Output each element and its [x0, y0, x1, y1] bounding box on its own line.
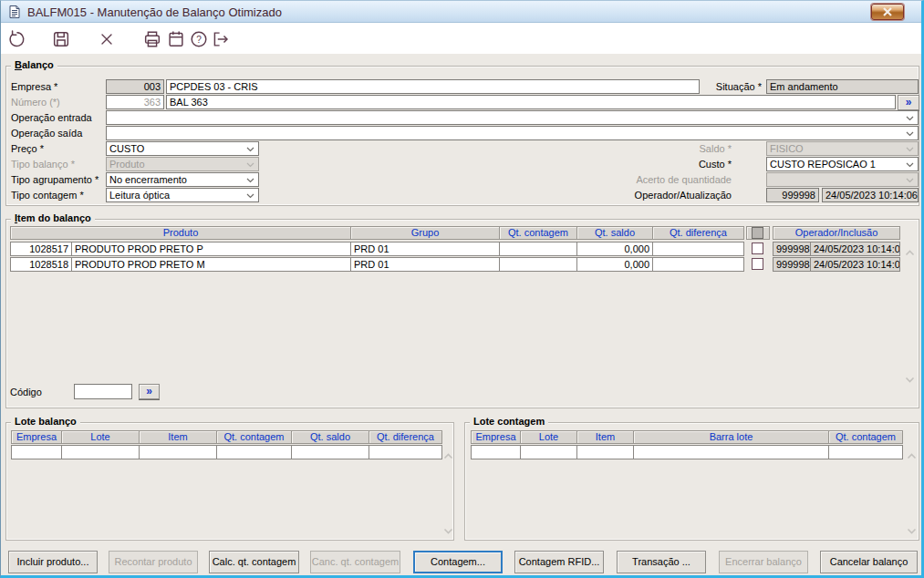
- column-header-qt-diferenca[interactable]: Qt. diferença: [652, 226, 744, 240]
- cell-qt-saldo[interactable]: 0,000: [576, 257, 653, 272]
- scroll-up-icon[interactable]: [907, 447, 917, 463]
- toolbar: ?: [1, 23, 921, 54]
- help-button[interactable]: ?: [188, 28, 210, 50]
- cell-qt-diferenca[interactable]: [369, 445, 442, 459]
- codigo-lookup-button[interactable]: »: [139, 384, 160, 399]
- print-button[interactable]: [141, 28, 163, 50]
- tipo-contagem-combo[interactable]: Leitura óptica: [106, 188, 259, 202]
- acerto-quantidade-label: Acerto de quantidade: [578, 172, 732, 187]
- operacao-entrada-combo[interactable]: [106, 110, 919, 125]
- cell-lote[interactable]: [520, 445, 577, 459]
- cell-operador: 999998: [773, 257, 811, 272]
- cell-item[interactable]: [576, 445, 634, 459]
- operacao-entrada-label: Operação entrada: [11, 110, 92, 125]
- scroll-up-icon[interactable]: [905, 243, 915, 260]
- column-header-qt-contagem[interactable]: Qt. contagem: [216, 430, 292, 444]
- codigo-input[interactable]: [74, 384, 132, 399]
- chevron-down-icon: [246, 162, 254, 168]
- preco-combo[interactable]: CUSTO: [106, 141, 259, 156]
- close-icon: [882, 7, 893, 16]
- cancel-button[interactable]: [96, 28, 118, 50]
- cell-qt-saldo[interactable]: 0,000: [576, 242, 653, 256]
- numero-name-field[interactable]: BAL 363: [166, 95, 896, 109]
- cell-qt-diferenca[interactable]: [652, 257, 744, 272]
- numero-lookup-button[interactable]: »: [898, 95, 919, 110]
- tipo-agrupamento-label: Tipo agrupamento *: [11, 172, 99, 187]
- balanco-group: Balanço Empresa * 003 PCPDES 03 - CRIS S…: [5, 66, 919, 206]
- column-header-produto[interactable]: Produto: [10, 226, 351, 240]
- cancelar-balanco-button[interactable]: Cancelar balanço: [820, 551, 918, 573]
- column-header-qt-contagem[interactable]: Qt. contagem: [499, 226, 577, 240]
- recontar-produto-button: Recontar produto: [109, 551, 198, 573]
- column-header-qt-diferenca[interactable]: Qt. diferença: [369, 430, 442, 444]
- cell-barra-lote[interactable]: [633, 445, 829, 459]
- chevron-down-icon: [246, 178, 254, 183]
- cell-lote[interactable]: [61, 445, 140, 459]
- exit-button[interactable]: [210, 28, 232, 50]
- column-header-select[interactable]: [746, 226, 770, 240]
- help-icon: ?: [189, 29, 209, 49]
- contagem-rfid-button[interactable]: Contagem RFID...: [514, 551, 604, 573]
- calc-qt-contagem-button[interactable]: Calc. qt. contagem: [209, 551, 299, 573]
- row-checkbox[interactable]: [752, 258, 763, 270]
- operador-atualizacao-label: Operador/Atualização: [578, 188, 732, 202]
- cell-produto[interactable]: PRODUTO PROD PRETO P: [71, 242, 351, 256]
- canc-qt-contagem-button: Canc. qt. contagem: [310, 551, 400, 573]
- scroll-down-icon[interactable]: [443, 521, 453, 538]
- column-header-item[interactable]: Item: [576, 430, 634, 444]
- refresh-button[interactable]: [5, 28, 27, 50]
- column-header-item[interactable]: Item: [139, 430, 217, 444]
- scroll-up-icon[interactable]: [443, 447, 453, 463]
- calendar-button[interactable]: [165, 28, 187, 50]
- contagem-button[interactable]: Contagem...: [413, 551, 503, 573]
- cell-qt-contagem[interactable]: [216, 445, 292, 459]
- acerto-quantidade-combo: [766, 172, 919, 187]
- cancel-icon: [98, 30, 116, 48]
- save-button[interactable]: [50, 28, 72, 50]
- cell-empresa[interactable]: [11, 445, 62, 459]
- cell-empresa[interactable]: [471, 445, 521, 459]
- scroll-down-icon[interactable]: [905, 370, 915, 387]
- empresa-code-field: 003: [106, 79, 164, 94]
- close-button[interactable]: [871, 4, 904, 20]
- column-header-lote[interactable]: Lote: [61, 430, 140, 444]
- cell-codigo[interactable]: 1028518: [10, 257, 72, 272]
- numero-code-field[interactable]: 363: [106, 95, 164, 109]
- cell-qt-contagem[interactable]: [828, 445, 903, 459]
- scroll-down-icon[interactable]: [907, 521, 917, 538]
- balanco-group-title: Balanço: [11, 59, 57, 70]
- custo-combo[interactable]: CUSTO REPOSICAO 1: [766, 157, 919, 171]
- cell-qt-contagem[interactable]: [499, 257, 577, 272]
- preco-label: Preço *: [11, 141, 44, 156]
- window-title: BALFM015 - Manutenção de Balanço Otimiza…: [27, 5, 282, 19]
- saldo-combo: FISICO: [766, 141, 919, 156]
- row-checkbox[interactable]: [752, 243, 763, 254]
- calendar-icon: [166, 29, 186, 49]
- title-bar: BALFM015 - Manutenção de Balanço Otimiza…: [1, 1, 921, 23]
- cell-grupo[interactable]: PRD 01: [350, 257, 500, 272]
- cell-item[interactable]: [139, 445, 217, 459]
- operacao-saida-combo[interactable]: [106, 126, 919, 140]
- incluir-produto-button[interactable]: Incluir produto...: [8, 551, 98, 573]
- column-header-operador-inclusao[interactable]: Operador/Inclusão: [773, 226, 900, 240]
- tipo-agrupamento-combo[interactable]: No encerramento: [106, 172, 259, 187]
- cell-qt-diferenca[interactable]: [652, 242, 744, 256]
- lote-balanco-group-title: Lote balanço: [11, 416, 80, 427]
- transacao-button[interactable]: Transação ...: [617, 551, 706, 573]
- app-window: BALFM015 - Manutenção de Balanço Otimiza…: [0, 0, 924, 578]
- column-header-grupo[interactable]: Grupo: [350, 226, 500, 240]
- cell-grupo[interactable]: PRD 01: [350, 242, 500, 256]
- cell-produto[interactable]: PRODUTO PROD PRETO M: [71, 257, 351, 272]
- column-header-qt-saldo[interactable]: Qt. saldo: [576, 226, 653, 240]
- column-header-lote[interactable]: Lote: [520, 430, 577, 444]
- column-header-qt-saldo[interactable]: Qt. saldo: [291, 430, 369, 444]
- column-header-empresa[interactable]: Empresa: [11, 430, 62, 444]
- column-header-barra-lote[interactable]: Barra lote: [633, 430, 829, 444]
- column-header-empresa[interactable]: Empresa: [471, 430, 521, 444]
- cell-qt-contagem[interactable]: [499, 242, 577, 256]
- cell-qt-saldo[interactable]: [291, 445, 369, 459]
- cell-codigo[interactable]: 1028517: [10, 242, 72, 256]
- item-balanco-group-title: Item do balanço: [11, 212, 95, 223]
- column-header-qt-contagem[interactable]: Qt. contagem: [828, 430, 903, 444]
- item-balanco-group: Item do balanço Produto Grupo Qt. contag…: [5, 219, 919, 408]
